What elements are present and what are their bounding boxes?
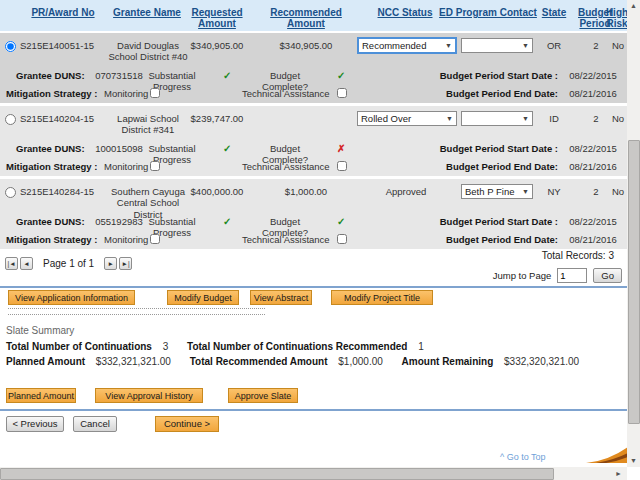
planned-amount-label: Planned Amount xyxy=(6,356,85,367)
planned-amount-value: $332,321,321.00 xyxy=(96,356,171,367)
divider xyxy=(0,409,627,411)
ed-contact-select[interactable]: ▼ xyxy=(461,38,533,53)
requested-amount: $400,000.00 xyxy=(180,186,254,197)
ed-contact-select[interactable]: Beth P Fine ▼ xyxy=(461,184,533,199)
scroll-up-icon[interactable]: ▲ xyxy=(627,0,640,12)
table-header-row: PR/Award No Grantee Name Requested Amoun… xyxy=(0,0,627,33)
monitoring-label: Monitoring xyxy=(104,234,148,245)
recommended-amount: $1,000.00 xyxy=(262,186,350,197)
view-abstract-button[interactable]: View Abstract xyxy=(250,290,312,305)
view-approval-history-button[interactable]: View Approval History xyxy=(95,388,203,403)
recommended-amount: $340,905.00 xyxy=(262,40,350,51)
approve-slate-button[interactable]: Approve Slate xyxy=(228,388,298,403)
budget-period-start-label: Budget Period Start Date : xyxy=(420,143,558,154)
header-recommended-amount[interactable]: Recommended Amount xyxy=(258,7,354,29)
substantial-progress-check-icon: ✓ xyxy=(223,70,231,81)
monitoring-checkbox[interactable] xyxy=(150,88,160,98)
budget-complete-mark-icon: ✗ xyxy=(337,143,345,154)
state: ID xyxy=(536,113,572,124)
continue-button[interactable]: Continue > xyxy=(155,416,219,432)
last-page-button[interactable]: ►| xyxy=(119,257,132,270)
view-application-information-button[interactable]: View Application Information xyxy=(8,290,135,305)
continuations-summary-line: Total Number of Continuations 3 Total Nu… xyxy=(6,341,440,352)
pr-award-no: S215E140051-15 xyxy=(20,40,106,51)
modify-budget-button[interactable]: Modify Budget xyxy=(167,290,239,305)
state: OR xyxy=(536,40,572,51)
budget-period-start-label: Budget Period Start Date : xyxy=(420,70,558,81)
budget-period: 2 xyxy=(584,40,608,51)
header-requested-amount[interactable]: Requested Amount xyxy=(176,7,258,29)
budget-period-end-label: Budget Period End Date: xyxy=(420,234,558,245)
next-page-button[interactable]: ► xyxy=(104,257,117,270)
go-button[interactable]: Go xyxy=(593,268,622,283)
select-award-radio[interactable] xyxy=(5,187,16,198)
records-table-body: S215E140051-15 David Douglas School Dist… xyxy=(0,33,627,252)
budget-period-end-label: Budget Period End Date: xyxy=(420,88,558,99)
technical-assistance-checkbox[interactable] xyxy=(337,88,347,98)
budget-period-end-date: 08/21/2016 xyxy=(564,234,622,245)
scroll-right-icon[interactable]: ► xyxy=(612,467,625,480)
go-to-top-link[interactable]: ^ Go to Top xyxy=(500,452,546,462)
grant-slate-screen: PR/Award No Grantee Name Requested Amoun… xyxy=(0,0,640,480)
technical-assistance-checkbox[interactable] xyxy=(337,234,347,244)
vertical-scrollbar-thumb[interactable] xyxy=(628,140,640,424)
mitigation-strategy-label: Mitigation Strategy : xyxy=(6,88,97,99)
budget-period-end-label: Budget Period End Date: xyxy=(420,161,558,172)
ncc-status-select[interactable]: Recommended ▼ xyxy=(357,37,457,54)
header-pr-award-no[interactable]: PR/Award No xyxy=(18,7,108,18)
chevron-down-icon: ▼ xyxy=(445,42,452,49)
divider xyxy=(0,286,627,288)
first-page-button[interactable]: |◄ xyxy=(5,257,18,270)
ncc-status-value: Recommended xyxy=(362,40,426,51)
budget-period: 2 xyxy=(584,113,608,124)
continuations-recommended-label: Total Number of Continuations Recommende… xyxy=(187,341,407,352)
select-award-radio[interactable] xyxy=(5,114,16,125)
monitoring-checkbox[interactable] xyxy=(150,161,160,171)
total-continuations-value: 3 xyxy=(163,341,169,352)
substantial-progress-check-icon: ✓ xyxy=(223,143,231,154)
grantee-duns-label: Grantee DUNS: xyxy=(16,143,85,154)
jump-to-page-input[interactable] xyxy=(557,268,587,283)
budget-complete-mark-icon: ✓ xyxy=(337,216,345,227)
budget-period-start-date: 08/22/2015 xyxy=(564,216,622,227)
state: NY xyxy=(536,186,572,197)
select-award-radio[interactable] xyxy=(5,41,16,52)
swoosh-logo xyxy=(586,445,628,465)
previous-button[interactable]: < Previous xyxy=(6,416,64,432)
planned-amount-button[interactable]: Planned Amount xyxy=(6,388,76,403)
chevron-down-icon: ▼ xyxy=(446,115,453,122)
budget-period-end-date: 08/21/2016 xyxy=(564,88,622,99)
budget-period-start-date: 08/22/2015 xyxy=(564,70,622,81)
monitoring-label: Monitoring xyxy=(104,161,148,172)
grantee-duns-label: Grantee DUNS: xyxy=(16,70,85,81)
previous-page-button[interactable]: ◄ xyxy=(20,257,33,270)
slate-summary-title: Slate Summary xyxy=(6,325,74,336)
header-state[interactable]: State xyxy=(534,7,574,18)
header-ed-program-contact[interactable]: ED Program Contact xyxy=(428,7,548,18)
amount-remaining-value: $332,320,321.00 xyxy=(504,356,579,367)
ed-contact-select[interactable]: ▼ xyxy=(461,111,533,126)
table-row: S215E140204-15 Lapwai School District #3… xyxy=(0,106,627,176)
jump-to-page-label: Jump to Page xyxy=(493,270,552,281)
monitoring-checkbox[interactable] xyxy=(150,234,160,244)
technical-assistance-label: Technical Assistance xyxy=(242,161,330,172)
cancel-button[interactable]: Cancel xyxy=(73,416,117,432)
mitigation-strategy-label: Mitigation Strategy : xyxy=(6,234,97,245)
table-row: S215E140051-15 David Douglas School Dist… xyxy=(0,33,627,103)
technical-assistance-checkbox[interactable] xyxy=(337,161,347,171)
budget-complete-mark-icon: ✓ xyxy=(337,70,345,81)
scroll-down-icon[interactable]: ▼ xyxy=(627,455,640,467)
total-continuations-label: Total Number of Continuations xyxy=(6,341,152,352)
chevron-down-icon: ▼ xyxy=(522,42,529,49)
budget-period: 2 xyxy=(584,186,608,197)
amount-remaining-label: Amount Remaining xyxy=(402,356,494,367)
technical-assistance-label: Technical Assistance xyxy=(242,88,330,99)
horizontal-scrollbar-thumb[interactable] xyxy=(0,468,554,480)
budget-period-end-date: 08/21/2016 xyxy=(564,161,622,172)
total-records: Total Records: 3 xyxy=(542,250,614,261)
technical-assistance-label: Technical Assistance xyxy=(242,234,330,245)
horizontal-scrollbar[interactable]: ► xyxy=(0,467,627,480)
ncc-status-select[interactable]: Rolled Over ▼ xyxy=(357,111,457,126)
modify-project-title-button[interactable]: Modify Project Title xyxy=(331,290,433,305)
vertical-scrollbar[interactable]: ▲ ▼ xyxy=(627,0,640,467)
